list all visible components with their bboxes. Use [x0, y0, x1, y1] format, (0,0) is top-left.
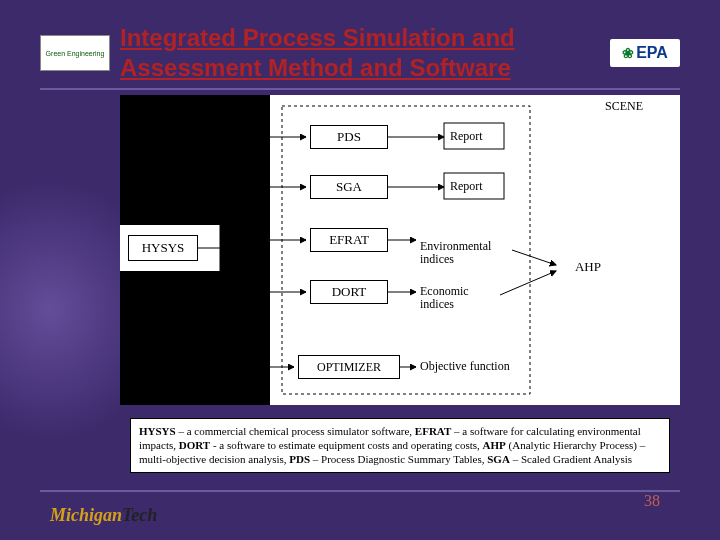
- green-engineering-logo: Green Engineering: [40, 35, 110, 71]
- page-number: 38: [644, 492, 660, 510]
- footer-rule: [40, 490, 680, 492]
- diagram: SCENE HYSYS PDS SGA EFRAT DORT OPTIMIZER…: [120, 95, 680, 405]
- caption-box: HYSYS – a commercial chemical process si…: [130, 418, 670, 473]
- cap-pds: PDS: [289, 453, 310, 465]
- cap-sga: SGA: [487, 453, 510, 465]
- cap-hysys: HYSYS: [139, 425, 176, 437]
- epa-logo: EPA: [610, 39, 680, 67]
- cap-efrat: EFRAT: [415, 425, 451, 437]
- header-rule: [40, 88, 680, 90]
- slide-title: Integrated Process Simulation and Assess…: [110, 23, 610, 83]
- header: Green Engineering Integrated Process Sim…: [40, 18, 680, 88]
- svg-line-14: [500, 271, 556, 295]
- cap-ahp: AHP: [483, 439, 506, 451]
- cap-dort: DORT: [179, 439, 210, 451]
- michigan-tech-logo: MichiganTech: [50, 505, 157, 526]
- svg-rect-16: [444, 173, 504, 199]
- svg-line-13: [512, 250, 556, 265]
- svg-rect-15: [444, 123, 504, 149]
